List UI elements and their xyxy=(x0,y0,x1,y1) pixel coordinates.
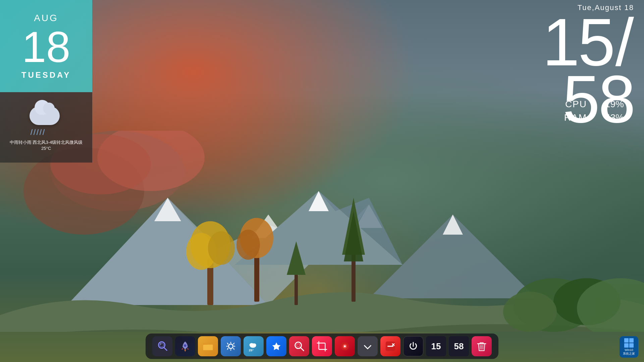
dock-icon-calc[interactable] xyxy=(380,336,400,356)
svg-point-20 xyxy=(236,230,260,260)
dock-hours-digit: 15 xyxy=(431,342,441,351)
dock-icon-appstore[interactable] xyxy=(266,336,286,356)
svg-point-17 xyxy=(208,231,235,265)
svg-line-31 xyxy=(164,347,167,350)
dock-icon-folder[interactable] xyxy=(198,336,218,356)
rain-icon xyxy=(31,129,44,135)
windows-flag-icon xyxy=(624,338,634,348)
svg-point-34 xyxy=(184,344,186,347)
weather-icon xyxy=(26,103,66,137)
win-logo-inner: Win10 系统之家 xyxy=(620,336,638,358)
dock-minutes-digit: 58 xyxy=(454,342,464,351)
landscape-illustration xyxy=(0,131,644,332)
svg-point-43 xyxy=(297,344,300,347)
taskbar: 25° xyxy=(0,332,644,362)
ram-value: 43% xyxy=(597,112,624,123)
svg-point-51 xyxy=(344,345,346,347)
dock-icon-clock-hours[interactable]: 15 xyxy=(426,336,446,356)
svg-point-33 xyxy=(160,343,161,345)
cloud-icon xyxy=(30,107,60,125)
cpu-value: 19% xyxy=(597,99,624,110)
windows-branding: Win10 系统之家 xyxy=(615,334,642,360)
ram-row: RAM 43% xyxy=(564,112,624,123)
svg-text:25°: 25° xyxy=(249,348,254,352)
dock-icon-settings[interactable] xyxy=(221,336,241,356)
dock: 25° xyxy=(146,334,498,359)
dock-icon-power[interactable] xyxy=(403,336,423,356)
svg-rect-18 xyxy=(254,251,259,302)
calendar-month: AUG xyxy=(34,13,58,23)
cpu-row: CPU 19% xyxy=(564,99,624,110)
win-text-line2: 系统之家 xyxy=(623,352,635,356)
win-text-line1: Win10 xyxy=(625,348,633,352)
calendar-weekday: TUESDAY xyxy=(21,70,71,80)
svg-point-36 xyxy=(228,344,233,348)
calendar-widget: AUG 18 TUESDAY xyxy=(0,0,92,92)
dock-icon-crop[interactable] xyxy=(312,336,332,356)
dock-icon-trash[interactable] xyxy=(472,336,492,356)
dock-icon-more[interactable] xyxy=(358,336,378,356)
svg-point-39 xyxy=(252,343,256,346)
dock-icon-search[interactable] xyxy=(289,336,309,356)
dock-icon-weather[interactable]: 25° xyxy=(244,336,264,356)
svg-rect-44 xyxy=(319,343,325,349)
sysinfo-widget: CPU 19% RAM 43% xyxy=(564,99,624,126)
dock-icon-clock-minutes[interactable]: 58 xyxy=(449,336,469,356)
weather-description: 中雨转小雨 西北风3-4级转北风微风级 25°C xyxy=(5,139,87,152)
dock-icon-rocket[interactable] xyxy=(175,336,195,356)
svg-rect-24 xyxy=(294,272,298,305)
dock-icon-spy[interactable] xyxy=(152,336,172,356)
svg-line-42 xyxy=(301,347,304,351)
calendar-day: 18 xyxy=(22,25,70,69)
svg-point-29 xyxy=(503,292,557,332)
svg-rect-35 xyxy=(203,345,213,350)
weather-widget: 中雨转小雨 西北风3-4级转北风微风级 25°C xyxy=(0,92,92,163)
cpu-label: CPU xyxy=(565,99,587,110)
ram-label: RAM xyxy=(564,112,587,123)
dock-icon-record[interactable] xyxy=(335,336,355,356)
